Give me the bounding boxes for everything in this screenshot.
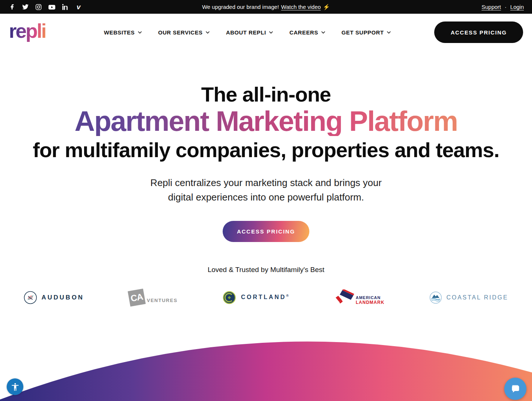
american-landmark-mark	[335, 289, 354, 306]
accessibility-icon	[10, 382, 20, 392]
chevron-down-icon	[387, 31, 391, 34]
coastal-ridge-mountain-icon	[429, 291, 442, 304]
hero-title-line1: The all-in-one	[0, 83, 532, 106]
announcement: We upgraded our brand image! Watch the v…	[202, 4, 330, 10]
american-landmark-wordmark: AMERICAN LANDMARK	[356, 295, 384, 305]
social-links: v	[8, 3, 82, 11]
nav-item-careers[interactable]: CAREERS	[289, 29, 325, 36]
logo-american-landmark: AMERICAN LANDMARK	[335, 289, 384, 306]
chevron-down-icon	[206, 31, 210, 34]
coastal-ridge-wordmark: COASTAL RIDGE	[446, 294, 508, 301]
hero-title-line3: for multifamily companies, properties an…	[0, 138, 532, 162]
hero-subtitle: Repli centralizes your marketing stack a…	[0, 176, 532, 205]
main-nav: WEBSITES OUR SERVICES ABOUT REPLI CAREER…	[89, 29, 391, 36]
hero-subtitle-line1: Repli centralizes your marketing stack a…	[150, 177, 382, 188]
registered-mark: ®	[286, 294, 290, 298]
announcement-text: We upgraded our brand image!	[202, 4, 279, 10]
cortland-circle-icon	[222, 291, 236, 305]
login-link[interactable]: Login	[510, 4, 524, 10]
logo-audubon: AUDUBON	[24, 291, 84, 304]
chevron-down-icon	[269, 31, 273, 34]
watch-video-link[interactable]: Watch the video	[281, 4, 321, 10]
twitter-icon[interactable]	[21, 3, 29, 11]
youtube-icon[interactable]	[48, 3, 56, 11]
repli-logo[interactable]: repli	[9, 21, 46, 44]
nav-item-our-services[interactable]: OUR SERVICES	[158, 29, 210, 36]
lightning-bolt-icon: ⚡	[323, 4, 330, 10]
nav-item-websites[interactable]: WEBSITES	[104, 29, 142, 36]
access-pricing-button-header[interactable]: ACCESS PRICING	[434, 21, 523, 43]
instagram-icon[interactable]	[35, 3, 42, 11]
nav-item-get-support[interactable]: GET SUPPORT	[342, 29, 391, 36]
trusted-text: Loved & Trusted by Multifamily's Best	[0, 266, 532, 274]
chevron-down-icon	[138, 31, 142, 34]
hero-section: The all-in-one Apartment Marketing Platf…	[0, 51, 532, 274]
hero-subtitle-line2: digital experiences into one powerful pl…	[168, 192, 364, 203]
ca-ventures-wordmark: VENTURES	[147, 298, 177, 303]
separator-dot: ·	[505, 4, 506, 10]
chat-widget-button[interactable]	[504, 378, 526, 400]
access-pricing-button-hero[interactable]: ACCESS PRICING	[223, 221, 309, 242]
cortland-wordmark: CORTLAND®	[241, 294, 290, 301]
ca-ventures-mark: CA	[128, 288, 146, 306]
gradient-wave-decoration	[0, 341, 532, 401]
topbar-utility-links: Support · Login	[482, 4, 524, 10]
accessibility-widget-button[interactable]	[7, 378, 23, 395]
announcement-bar: v We upgraded our brand image! Watch the…	[0, 0, 532, 14]
audubon-bird-icon	[24, 291, 37, 304]
vimeo-icon[interactable]: v	[75, 3, 82, 11]
linkedin-icon[interactable]	[61, 3, 69, 11]
logo-ca-ventures: CA VENTURES	[129, 290, 177, 305]
facebook-icon[interactable]	[8, 3, 16, 11]
logo-coastal-ridge: COASTAL RIDGE	[429, 291, 508, 304]
hero-title-line2: Apartment Marketing Platform	[0, 106, 532, 136]
nav-item-about-repli[interactable]: ABOUT REPLI	[226, 29, 273, 36]
logo-cortland: CORTLAND®	[222, 291, 290, 305]
chat-bubble-icon	[510, 383, 521, 394]
chevron-down-icon	[321, 31, 325, 34]
client-logos-row: AUDUBON CA VENTURES CORTLAND® AMERICAN L…	[0, 289, 532, 306]
support-link[interactable]: Support	[482, 4, 501, 10]
audubon-wordmark: AUDUBON	[41, 294, 84, 301]
main-header: repli WEBSITES OUR SERVICES ABOUT REPLI …	[0, 14, 532, 51]
